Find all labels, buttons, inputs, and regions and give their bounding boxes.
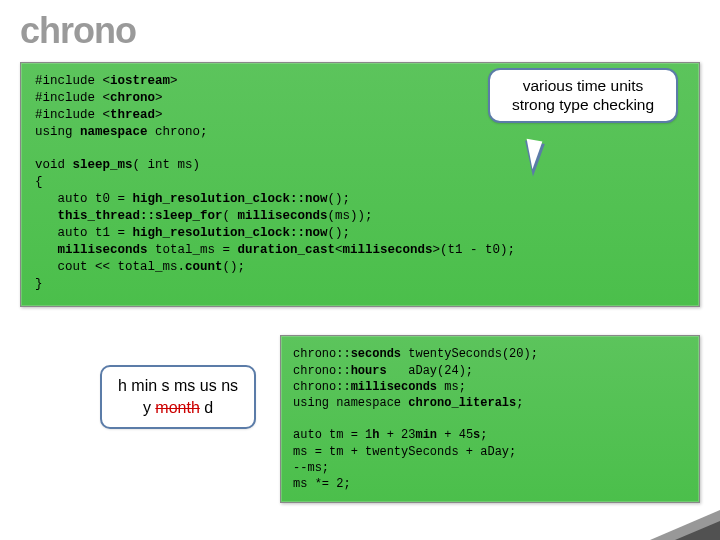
units-line: y month d (118, 397, 238, 419)
code-token: hours (351, 364, 387, 378)
code-token: > (155, 108, 163, 122)
units-text: d (200, 399, 213, 416)
code-token: > (155, 91, 163, 105)
code-line: ms *= 2; (293, 477, 351, 491)
code-line (35, 243, 58, 257)
code-token: high_resolution_clock::now (133, 192, 328, 206)
code-token: milliseconds (343, 243, 433, 257)
code-token: seconds (351, 347, 401, 361)
page-title: chrono (0, 0, 720, 52)
code-token: ( (223, 209, 238, 223)
code-token: >(t1 - t0); (433, 243, 516, 257)
code-token: count (185, 260, 223, 274)
corner-decor-icon (675, 521, 720, 540)
code-line: auto t1 = (35, 226, 133, 240)
callout-box: various time units strong type checking (488, 68, 678, 123)
code-line: chrono:: (293, 380, 351, 394)
code-token: high_resolution_clock::now (133, 226, 328, 240)
code-block-small: chrono::seconds twentySeconds(20); chron… (280, 335, 700, 503)
units-text: y (143, 399, 155, 416)
code-token: namespace (80, 125, 148, 139)
units-box: h min s ms us ns y month d (100, 365, 256, 428)
code-token: + 23 (379, 428, 415, 442)
code-line: chrono:: (293, 364, 351, 378)
code-token: chrono; (148, 125, 208, 139)
code-line: cout << total_ms. (35, 260, 185, 274)
code-token: duration_cast (238, 243, 336, 257)
code-token: chrono (110, 91, 155, 105)
code-token: ; (516, 396, 523, 410)
code-line: #include < (35, 91, 110, 105)
code-line: { (35, 175, 43, 189)
code-token: sleep_ms (73, 158, 133, 172)
code-token: iostream (110, 74, 170, 88)
code-token: < (335, 243, 343, 257)
code-line (35, 209, 58, 223)
units-strike: month (155, 399, 199, 416)
callout-line: various time units (502, 76, 664, 95)
code-token: + 45 (437, 428, 473, 442)
code-token: milliseconds (351, 380, 437, 394)
code-token: > (170, 74, 178, 88)
code-token: (); (328, 192, 351, 206)
units-line: h min s ms us ns (118, 375, 238, 397)
code-line: #include < (35, 74, 110, 88)
code-token: milliseconds (58, 243, 148, 257)
code-line: #include < (35, 108, 110, 122)
code-token: thread (110, 108, 155, 122)
code-token: ms; (437, 380, 466, 394)
callout-line: strong type checking (502, 95, 664, 114)
code-token: ( int ms) (133, 158, 201, 172)
code-token: (); (223, 260, 246, 274)
code-token: total_ms = (148, 243, 238, 257)
code-line: void (35, 158, 73, 172)
code-line: ms = tm + twentySeconds + aDay; (293, 445, 516, 459)
bottom-row: h min s ms us ns y month d chrono::secon… (20, 335, 700, 503)
code-line: using namespace (293, 396, 408, 410)
code-line: using (35, 125, 80, 139)
code-token: milliseconds (238, 209, 328, 223)
code-line: } (35, 277, 43, 291)
code-token: (ms)); (328, 209, 373, 223)
code-token: ; (480, 428, 487, 442)
code-line: auto tm = 1 (293, 428, 372, 442)
code-token: this_thread::sleep_for (58, 209, 223, 223)
code-token: aDay(24); (387, 364, 473, 378)
code-token: min (415, 428, 437, 442)
code-line: --ms; (293, 461, 329, 475)
code-token: chrono_literals (408, 396, 516, 410)
code-line: chrono:: (293, 347, 351, 361)
code-token: (); (328, 226, 351, 240)
code-line: auto t0 = (35, 192, 133, 206)
code-token: twentySeconds(20); (401, 347, 538, 361)
